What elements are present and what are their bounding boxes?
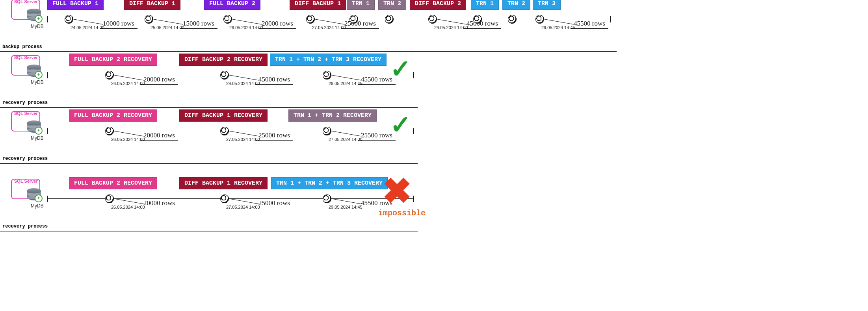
timeline-node: [220, 71, 229, 80]
cross-icon: ✖: [382, 177, 412, 205]
impossible-label: impossible: [378, 209, 426, 218]
leader-line: [113, 75, 144, 81]
check-icon: ✓: [390, 110, 411, 139]
node-date: 26.05.2024 14:00: [111, 205, 145, 209]
node-rows: 15000 rows: [183, 20, 214, 28]
lane-recovery-2: SQL Server + MyDB FULL BACKUP 2 RECOVERY…: [0, 112, 868, 164]
divider: [0, 163, 418, 164]
backup-badge: TRN 3: [533, 0, 561, 10]
db-name-label: MyDB: [31, 24, 44, 29]
node-date: 27.05.2024 14:30: [329, 137, 362, 142]
node-date: 27.05.2024 14:00: [226, 205, 260, 209]
node-date: 26.05.2024 14:00: [229, 25, 263, 30]
check-icon: ✓: [390, 54, 411, 83]
db-product-label: SQL Server: [14, 55, 38, 60]
timeline-node: [508, 15, 517, 24]
leader-line: [544, 19, 574, 25]
backup-badge: DIFF BACKUP 2 RECOVERY: [179, 54, 268, 66]
node-rows: 25000 rows: [344, 20, 376, 28]
timeline-node: [323, 127, 331, 135]
backup-badge: FULL BACKUP 2: [204, 0, 260, 10]
leader-line: [331, 198, 361, 204]
node-rows: 20000 rows: [262, 20, 293, 28]
timeline-node: [105, 127, 114, 135]
node-date: 26.05.2024 14:00: [111, 81, 145, 86]
backup-badge: TRN 2: [502, 0, 530, 10]
leader-line: [314, 19, 345, 25]
backup-badge: FULL BACKUP 1: [47, 0, 104, 10]
backup-badge: FULL BACKUP 2 RECOVERY: [69, 177, 157, 189]
node-rows: 45500 rows: [574, 20, 605, 28]
lane-recovery-3: SQL Server + MyDB FULL BACKUP 2 RECOVERY…: [0, 180, 868, 231]
timeline-node: [145, 15, 153, 24]
timeline-recovery-3: FULL BACKUP 2 RECOVERYDIFF BACKUP 1 RECO…: [47, 180, 414, 207]
db-product-label: SQL Server: [14, 179, 38, 183]
divider: [0, 107, 418, 108]
timeline-node: [323, 71, 331, 80]
node-rows: 10000 rows: [103, 20, 134, 28]
timeline-node: [105, 194, 114, 203]
node-date: 29.05.2024 14:45: [541, 25, 575, 30]
node-date: 26.05.2024 14:00: [111, 137, 145, 142]
node-rows: 45000 rows: [467, 20, 498, 28]
node-rows: 20000 rows: [143, 199, 175, 207]
leader-line: [229, 75, 259, 81]
node-rows: 20000 rows: [143, 131, 175, 139]
backup-badge: DIFF BACKUP 1: [124, 0, 180, 10]
timeline-node: [220, 194, 229, 203]
lane-caption: backup process: [2, 44, 868, 50]
backup-badge: FULL BACKUP 2 RECOVERY: [69, 109, 157, 122]
timeline-recovery-2: FULL BACKUP 2 RECOVERYDIFF BACKUP 1 RECO…: [47, 112, 414, 139]
timeline-node: [220, 127, 229, 135]
backup-badge: DIFF BACKUP 2: [410, 0, 466, 10]
leader-line: [113, 198, 144, 204]
db-product-label: SQL Server: [14, 111, 38, 116]
node-rows: 20000 rows: [143, 76, 175, 83]
leader-line: [437, 19, 467, 25]
database-icon: +: [27, 188, 41, 202]
divider: [0, 231, 418, 231]
database-icon: +: [27, 120, 41, 134]
axis-line: [47, 19, 611, 19]
backup-badge: TRN 1 + TRN 2 + TRN 3 RECOVERY: [270, 54, 387, 66]
timeline-node: [385, 15, 394, 24]
node-rows: 25000 rows: [258, 131, 290, 139]
db-name-label: MyDB: [31, 135, 44, 141]
database-icon: +: [27, 9, 41, 22]
backup-badge: TRN 2: [378, 0, 406, 10]
node-rows: 25000 rows: [258, 199, 290, 207]
node-date: 25.05.2024 14:00: [151, 25, 184, 30]
lane-recovery-1: SQL Server + MyDB FULL BACKUP 2 RECOVERY…: [0, 56, 868, 108]
backup-badge: FULL BACKUP 2 RECOVERY: [69, 54, 157, 66]
node-rows: 45000 rows: [258, 76, 290, 83]
node-date: 29.05.2024 14:00: [434, 25, 468, 30]
node-date: 29.05.2024 14:45: [329, 205, 362, 209]
leader-line: [73, 19, 103, 25]
backup-badge: TRN 1: [471, 0, 499, 10]
db-name-label: MyDB: [31, 80, 44, 85]
leader-line: [331, 131, 361, 137]
node-date: 24.05.2024 14:00: [71, 25, 104, 30]
backup-badge: DIFF BACKUP 1: [290, 0, 346, 10]
backup-badge: TRN 1: [347, 0, 375, 10]
backup-badge: DIFF BACKUP 1 RECOVERY: [179, 109, 268, 122]
lane-caption: recovery process: [2, 156, 868, 161]
timeline-node: [306, 15, 315, 24]
leader-line: [153, 19, 183, 25]
leader-line: [331, 75, 361, 81]
lane-backup: SQL Server + MyDB FULL BACKUP 1DIFF BACK…: [0, 0, 868, 52]
db-product-label: SQL Server: [14, 0, 38, 4]
lane-caption: recovery process: [2, 224, 868, 229]
timeline-recovery-1: FULL BACKUP 2 RECOVERYDIFF BACKUP 2 RECO…: [47, 56, 414, 83]
backup-badge: TRN 1 + TRN 2 + TRN 3 RECOVERY: [271, 177, 388, 189]
node-date: 27.05.2024 14:00: [226, 137, 260, 142]
node-rows: 45500 rows: [361, 76, 392, 83]
node-rows: 25500 rows: [361, 131, 392, 139]
timeline-node: [323, 194, 331, 203]
node-date: 27.05.2024 14:00: [312, 25, 346, 30]
timeline-node: [349, 15, 358, 24]
node-date: 29.05.2024 14:45: [329, 81, 362, 86]
leader-line: [229, 198, 259, 204]
db-name-label: MyDB: [31, 203, 44, 209]
leader-line: [232, 19, 262, 25]
